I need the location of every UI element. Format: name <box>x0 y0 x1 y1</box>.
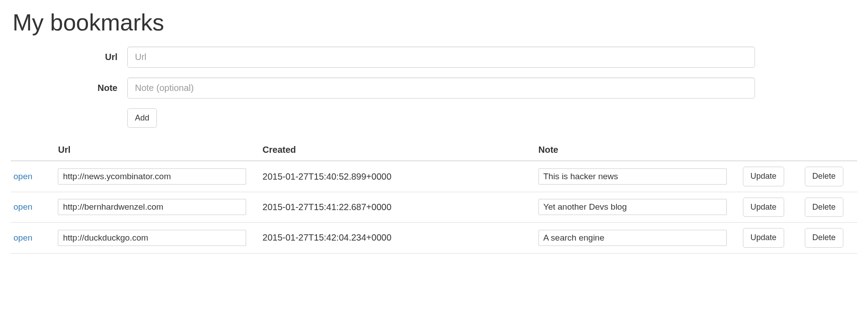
table-row: open2015-01-27T15:40:52.899+0000UpdateDe… <box>11 161 857 192</box>
header-created: Created <box>258 140 534 161</box>
note-input[interactable] <box>127 78 755 99</box>
update-button[interactable]: Update <box>743 198 784 217</box>
row-created-text: 2015-01-27T15:41:22.687+0000 <box>263 202 391 212</box>
bookmarks-table: Url Created Note open2015-01-27T15:40:52… <box>11 140 857 253</box>
page-title: My bookmarks <box>11 9 857 36</box>
note-form-row: Note <box>11 78 857 99</box>
header-open <box>11 140 53 161</box>
header-url: Url <box>53 140 258 161</box>
row-url-input[interactable] <box>58 199 246 215</box>
table-row: open2015-01-27T15:42:04.234+0000UpdateDe… <box>11 223 857 253</box>
url-input[interactable] <box>127 47 755 68</box>
header-delete <box>800 140 857 161</box>
open-link[interactable]: open <box>13 202 32 211</box>
delete-button[interactable]: Delete <box>805 167 843 186</box>
open-link[interactable]: open <box>13 172 32 181</box>
header-note: Note <box>534 140 738 161</box>
row-note-input[interactable] <box>538 168 727 185</box>
row-note-input[interactable] <box>538 199 727 215</box>
row-note-input[interactable] <box>538 230 727 246</box>
note-label: Note <box>11 83 127 93</box>
table-row: open2015-01-27T15:41:22.687+0000UpdateDe… <box>11 192 857 222</box>
update-button[interactable]: Update <box>743 228 784 247</box>
header-update <box>738 140 800 161</box>
open-link[interactable]: open <box>13 233 32 242</box>
delete-button[interactable]: Delete <box>805 198 843 217</box>
update-button[interactable]: Update <box>743 167 784 186</box>
url-label: Url <box>11 52 127 62</box>
delete-button[interactable]: Delete <box>805 228 843 247</box>
row-url-input[interactable] <box>58 168 246 185</box>
url-form-row: Url <box>11 47 857 68</box>
add-button[interactable]: Add <box>127 108 157 128</box>
row-created-text: 2015-01-27T15:42:04.234+0000 <box>263 233 391 242</box>
row-url-input[interactable] <box>58 230 246 246</box>
row-created-text: 2015-01-27T15:40:52.899+0000 <box>263 172 391 181</box>
